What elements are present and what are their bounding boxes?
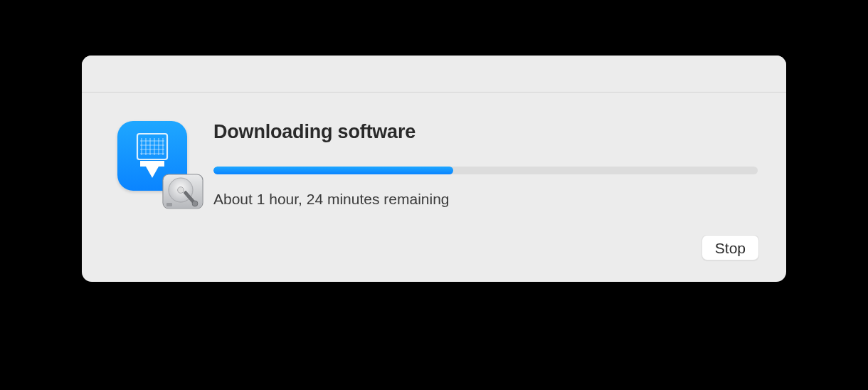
download-install-icon: [117, 121, 199, 203]
dialog-content: Downloading software About 1 hour, 24 mi…: [82, 93, 786, 282]
stop-button[interactable]: Stop: [702, 235, 759, 260]
dialog-title: Downloading software: [213, 121, 416, 143]
download-dialog: Downloading software About 1 hour, 24 mi…: [82, 56, 786, 282]
progress-bar: [213, 167, 758, 174]
svg-rect-17: [166, 203, 172, 206]
internal-disk-icon: [161, 172, 205, 211]
status-text: About 1 hour, 24 minutes remaining: [213, 191, 450, 208]
progress-fill: [213, 167, 453, 174]
svg-point-15: [178, 187, 184, 194]
titlebar[interactable]: [82, 56, 786, 93]
svg-point-16: [192, 201, 198, 206]
